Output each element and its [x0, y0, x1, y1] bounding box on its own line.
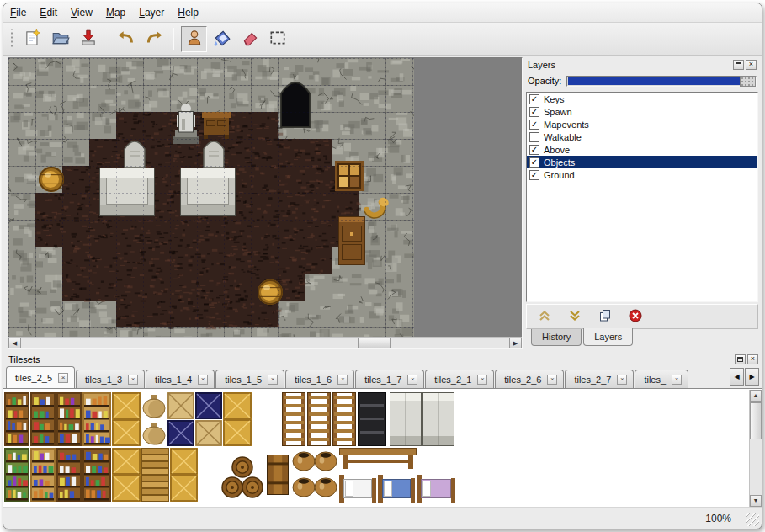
layer-visibility-checkbox[interactable]: ✓: [529, 145, 539, 155]
menu-edit[interactable]: Edit: [40, 7, 57, 19]
tab-close-icon[interactable]: ×: [407, 375, 417, 385]
duplicate-layer-button[interactable]: [596, 307, 614, 326]
layer-row-objects[interactable]: ✓Objects: [527, 156, 757, 168]
zoom-level: 100%: [705, 513, 731, 524]
tileset-canvas[interactable]: [4, 392, 456, 503]
layer-visibility-checkbox[interactable]: ✓: [529, 157, 539, 168]
opacity-slider[interactable]: [566, 76, 757, 87]
tileset-content: ▲ ▼: [3, 389, 762, 507]
tileset-tab-tiles_2_6[interactable]: tiles_2_6×: [495, 370, 564, 388]
layer-row-walkable[interactable]: Walkable: [527, 130, 757, 143]
layer-name: Keys: [544, 94, 564, 104]
opacity-slider-handle[interactable]: [740, 76, 756, 87]
save-button[interactable]: [75, 26, 101, 52]
tab-close-icon[interactable]: ×: [617, 375, 627, 385]
layers-panel-close-button[interactable]: ×: [746, 60, 757, 70]
new-map-button[interactable]: [19, 26, 45, 52]
resize-grip[interactable]: [746, 513, 759, 526]
layer-row-above[interactable]: ✓Above: [527, 143, 757, 156]
layer-visibility-checkbox[interactable]: ✓: [529, 120, 539, 130]
layer-row-ground[interactable]: ✓Ground: [527, 168, 757, 181]
tileset-tab-tiles[interactable]: tiles_×: [635, 370, 688, 388]
tab-close-icon[interactable]: ×: [547, 375, 557, 385]
layers-panel-float-button[interactable]: [733, 60, 744, 70]
toolbar-separator: [173, 28, 174, 50]
tilesets-panel-header: Tilesets ×: [3, 352, 762, 366]
delete-layer-icon: [628, 308, 643, 326]
delete-layer-button[interactable]: [626, 307, 645, 326]
undo-button[interactable]: [113, 26, 139, 52]
map-viewport: ◀ ▶: [8, 57, 523, 349]
tileset-tab-tiles_1_7[interactable]: tiles_1_7×: [355, 370, 424, 388]
redo-button[interactable]: [141, 26, 167, 52]
tab-close-icon[interactable]: ×: [477, 375, 487, 385]
tab-close-icon[interactable]: ×: [337, 375, 348, 385]
tilesets-panel-float-button[interactable]: [735, 354, 746, 364]
layer-list: ✓Keys✓Spawn✓MapeventsWalkable✓Above✓Obje…: [526, 92, 758, 302]
scroll-left-arrow[interactable]: ◀: [8, 338, 21, 348]
move-layer-down-button[interactable]: [566, 307, 584, 326]
tileset-tab-tiles_1_5[interactable]: tiles_1_5×: [215, 370, 284, 388]
panel-tab-history[interactable]: History: [531, 329, 582, 346]
panel-tab-layers[interactable]: Layers: [583, 328, 633, 346]
tab-close-icon[interactable]: ×: [672, 375, 682, 385]
tileset-tab-label: tiles_1_4: [155, 375, 192, 385]
layer-row-keys[interactable]: ✓Keys: [527, 93, 757, 105]
tileset-tab-tiles_2_7[interactable]: tiles_2_7×: [565, 370, 634, 388]
menu-map[interactable]: Map: [106, 7, 125, 19]
layer-visibility-checkbox[interactable]: ✓: [529, 170, 539, 180]
float-icon: [736, 62, 741, 67]
tileset-tab-label: tiles_1_3: [85, 375, 122, 385]
tab-scroll-right-arrow[interactable]: ▶: [745, 368, 759, 386]
move-layer-down-icon: [567, 308, 582, 326]
layer-name: Spawn: [544, 107, 572, 117]
undo-icon: [117, 29, 135, 50]
tab-close-icon[interactable]: ×: [58, 373, 68, 383]
tileset-vscrollbar-thumb[interactable]: [750, 402, 762, 439]
tab-scroll-left-arrow[interactable]: ◀: [730, 368, 744, 386]
move-layer-up-button[interactable]: [535, 307, 554, 326]
map-hscrollbar-thumb[interactable]: [358, 338, 391, 348]
panel-bottom-tabs: HistoryLayers: [526, 329, 758, 349]
eraser-tool-icon: [241, 29, 259, 50]
object-stamp-tool-icon: [185, 29, 204, 50]
tab-close-icon[interactable]: ×: [128, 375, 138, 385]
scroll-right-arrow[interactable]: ▶: [509, 338, 522, 348]
fill-tool-button[interactable]: [209, 26, 235, 52]
tab-close-icon[interactable]: ×: [268, 375, 278, 385]
map-hscrollbar[interactable]: ◀ ▶: [8, 337, 522, 348]
map-canvas[interactable]: [8, 58, 414, 338]
scroll-up-arrow[interactable]: ▲: [750, 390, 762, 402]
toolbar-grip[interactable]: [10, 29, 13, 49]
tileset-vscrollbar[interactable]: ▲ ▼: [749, 390, 762, 507]
layer-visibility-checkbox[interactable]: [529, 132, 539, 142]
move-layer-up-icon: [537, 308, 552, 326]
save-icon: [79, 29, 98, 50]
tileset-tab-tiles_1_6[interactable]: tiles_1_6×: [285, 370, 354, 388]
layer-row-spawn[interactable]: ✓Spawn: [527, 105, 757, 118]
tileset-tab-tiles_2_5[interactable]: tiles_2_5×: [6, 366, 75, 388]
layer-row-mapevents[interactable]: ✓Mapevents: [527, 118, 757, 130]
eraser-tool-button[interactable]: [236, 26, 263, 52]
tileset-tab-tiles_2_1[interactable]: tiles_2_1×: [425, 370, 494, 388]
menu-help[interactable]: Help: [178, 7, 199, 19]
rect-select-tool-button[interactable]: [264, 26, 290, 52]
tileset-tab-tiles_1_3[interactable]: tiles_1_3×: [76, 370, 145, 388]
redo-icon: [145, 29, 163, 50]
menu-file[interactable]: File: [10, 7, 26, 19]
tileset-tab-label: tiles_2_6: [504, 375, 541, 385]
layer-visibility-checkbox[interactable]: ✓: [529, 107, 539, 117]
tileset-tab-label: tiles_: [644, 375, 666, 385]
tileset-tab-tiles_1_4[interactable]: tiles_1_4×: [146, 370, 215, 388]
menu-layer[interactable]: Layer: [139, 7, 164, 19]
open-button[interactable]: [47, 26, 73, 52]
scroll-down-arrow[interactable]: ▼: [750, 495, 762, 507]
opacity-label: Opacity:: [528, 76, 561, 86]
menu-view[interactable]: View: [71, 7, 93, 19]
object-stamp-tool-button[interactable]: [181, 26, 207, 52]
layer-visibility-checkbox[interactable]: ✓: [529, 94, 539, 104]
tileset-tab-label: tiles_2_5: [15, 373, 52, 383]
tab-close-icon[interactable]: ×: [198, 375, 208, 385]
tilesets-panel-close-button[interactable]: ×: [747, 354, 758, 364]
duplicate-layer-icon: [598, 308, 613, 326]
